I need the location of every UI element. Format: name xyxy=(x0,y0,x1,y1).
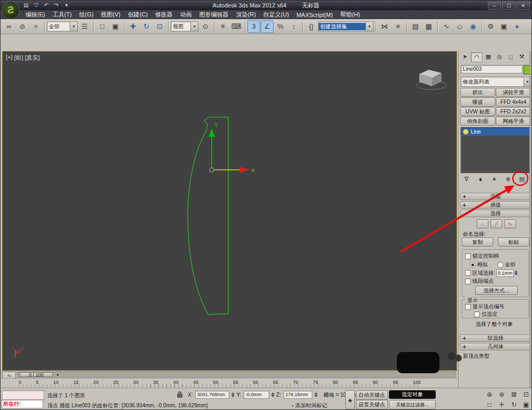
stack-item-line[interactable]: Line xyxy=(461,128,530,136)
redo-icon[interactable]: ↷ xyxy=(52,1,61,9)
zoom-region-icon[interactable]: □ xyxy=(484,400,495,409)
rollout-geometry[interactable]: + 几何体 xyxy=(460,343,531,350)
dropdown-arrow-icon[interactable]: ▾ xyxy=(190,22,198,31)
graphite-toggle-icon[interactable]: ▦ xyxy=(422,20,435,33)
pan-icon[interactable]: ✛ xyxy=(496,400,508,409)
menu-maxscript[interactable]: MAXScript(M) xyxy=(293,10,336,19)
keyboard-override-icon[interactable]: ⌨ xyxy=(230,20,243,33)
zoom-icon[interactable]: ⊕ xyxy=(484,390,495,399)
menu-customize[interactable]: 自定义(U) xyxy=(260,10,293,19)
rollout-rendering[interactable]: + 渲染 xyxy=(460,193,531,200)
remove-modifier-icon[interactable]: ⊗ xyxy=(503,175,513,183)
viewport-menu-plus[interactable]: [+] xyxy=(6,54,13,62)
reference-coordinate-dropdown[interactable]: 视图 ▾ xyxy=(171,21,198,31)
extrude-button[interactable]: 挤出 xyxy=(460,88,495,97)
y-coordinate-field[interactable]: -0.0mm xyxy=(244,391,269,399)
area-threshold-field[interactable]: 0.1mm xyxy=(496,269,514,277)
move-gizmo[interactable]: Y x xyxy=(209,122,254,173)
area-threshold-spinner[interactable] xyxy=(514,269,518,277)
qat-menu-icon[interactable]: ▾ xyxy=(62,1,71,9)
menu-modifiers[interactable]: 修改器 xyxy=(152,10,177,19)
selection-filter-dropdown[interactable]: 全部 ▾ xyxy=(47,21,78,31)
visibility-bulb-icon[interactable] xyxy=(463,129,469,135)
make-unique-icon[interactable]: ∗ xyxy=(489,175,499,183)
menu-views[interactable]: 视图(V) xyxy=(97,10,124,19)
save-icon[interactable]: ▽ xyxy=(32,1,40,9)
tab-modify[interactable]: ◠ xyxy=(471,52,483,62)
close-button[interactable]: ✕ xyxy=(517,2,530,10)
snap-toggle-icon[interactable]: 3 xyxy=(247,20,260,33)
rendered-frame-icon[interactable]: ▣ xyxy=(497,20,510,33)
ffd2x2x2-button[interactable]: FFD 2x2x2 xyxy=(496,107,531,116)
meshsmooth-button[interactable]: 网格平滑 xyxy=(496,117,531,126)
menu-help[interactable]: 帮助(H) xyxy=(337,10,364,19)
unlink-selection-icon[interactable]: ⊘ xyxy=(16,20,29,33)
viewcube[interactable] xyxy=(417,70,446,89)
maxscript-mini-listener[interactable]: 所在行: xyxy=(2,400,43,408)
configure-modifier-sets-icon[interactable]: ▤ xyxy=(517,175,527,183)
show-end-result-icon[interactable]: ∎ xyxy=(476,175,485,183)
select-and-link-icon[interactable]: ∞ xyxy=(3,20,15,33)
zoom-extents-all-icon[interactable]: ⊡ xyxy=(520,390,532,399)
alike-radio[interactable] xyxy=(470,262,476,268)
dropdown-arrow-icon[interactable]: ▾ xyxy=(365,22,373,31)
uvw-map-button[interactable]: UVW 贴图 xyxy=(460,107,495,116)
vertex-subobject-icon[interactable]: ∴ xyxy=(477,219,488,228)
zoom-extents-icon[interactable]: ⊠ xyxy=(508,390,520,399)
y-spinner[interactable] xyxy=(271,391,275,399)
tab-utilities[interactable]: ⚒ xyxy=(517,52,527,61)
menu-create[interactable]: 创建(C) xyxy=(124,10,151,19)
copy-button[interactable]: 复制 xyxy=(462,237,493,247)
use-pivot-center-icon[interactable]: ⊙ xyxy=(199,20,212,33)
set-key-button[interactable]: ◈ xyxy=(345,390,355,409)
selected-only-checkbox[interactable] xyxy=(474,311,480,317)
select-and-manipulate-icon[interactable]: ✳ xyxy=(217,20,229,33)
menu-animation[interactable]: 动画 xyxy=(177,10,196,19)
menu-rendering[interactable]: 渲染(R) xyxy=(232,10,260,19)
x-coordinate-field[interactable]: 3041.768mm xyxy=(195,391,229,399)
undo-icon[interactable]: ↶ xyxy=(42,1,51,9)
render-production-icon[interactable]: ● xyxy=(511,20,523,33)
bevel-profile-button[interactable]: 倒角剖面 xyxy=(460,117,495,126)
tab-create[interactable]: ➤ xyxy=(460,52,470,61)
macro-recorder-field[interactable] xyxy=(2,390,44,400)
lock-handles-checkbox[interactable] xyxy=(465,253,471,259)
application-menu-logo[interactable]: Ƨ xyxy=(2,1,20,19)
rollout-selection[interactable]: - 选择 xyxy=(460,210,531,217)
track-bar[interactable]: 0 5 10 15 20 25 30 35 40 45 50 55 60 65 … xyxy=(1,378,458,388)
paste-button[interactable]: 粘贴 xyxy=(498,237,529,247)
rollout-interpolation[interactable]: + 插值 xyxy=(460,201,531,209)
menu-tools[interactable]: 工具(T) xyxy=(49,10,76,19)
minimize-button[interactable]: ─ xyxy=(488,2,501,10)
segment-subobject-icon[interactable]: ╱ xyxy=(491,219,502,228)
menu-graph-editors[interactable]: 图形编辑器 xyxy=(196,10,232,19)
auto-key-button[interactable]: 自动关键点 xyxy=(356,390,388,400)
select-by-button[interactable]: 选择方式... xyxy=(475,286,518,295)
select-and-move-icon[interactable]: ✚ xyxy=(127,20,139,33)
curve-editor-icon[interactable]: ∿ xyxy=(440,20,453,33)
align-icon[interactable]: ≡ xyxy=(392,20,404,33)
render-setup-icon[interactable]: ⚙ xyxy=(484,20,497,33)
tab-display[interactable]: □ xyxy=(505,52,516,61)
edit-named-sets-icon[interactable]: {} xyxy=(305,20,318,33)
ffd4x4x4-button[interactable]: FFD 4x4x4 xyxy=(496,97,531,106)
spline-shape-line003[interactable] xyxy=(188,117,228,315)
set-keys-button[interactable]: 设置关键点 xyxy=(356,400,388,409)
z-coordinate-field[interactable]: 278.15mm xyxy=(284,391,312,399)
spline-subobject-icon[interactable]: ∿ xyxy=(504,219,516,228)
menu-group[interactable]: 组(G) xyxy=(76,10,97,19)
selection-lock-icon[interactable] xyxy=(177,391,184,398)
next-frame-button[interactable]: ► xyxy=(55,372,61,377)
percent-snap-icon[interactable]: % xyxy=(274,20,287,33)
maximize-button[interactable]: ☐ xyxy=(502,2,516,10)
open-icon[interactable]: ▤ xyxy=(22,1,30,9)
spinner-snap-icon[interactable]: ↕ xyxy=(287,20,300,33)
rectangular-selection-icon[interactable]: □ xyxy=(96,20,109,33)
menu-edit[interactable]: 编辑(E) xyxy=(22,10,49,19)
all-radio[interactable] xyxy=(497,262,503,268)
modifier-stack[interactable]: Line xyxy=(461,127,530,173)
x-spinner[interactable] xyxy=(231,391,235,399)
tab-motion[interactable]: ◎ xyxy=(494,52,505,61)
select-by-name-icon[interactable]: ☰ xyxy=(78,20,91,33)
bind-to-spacewarp-icon[interactable]: ≈ xyxy=(29,20,42,33)
